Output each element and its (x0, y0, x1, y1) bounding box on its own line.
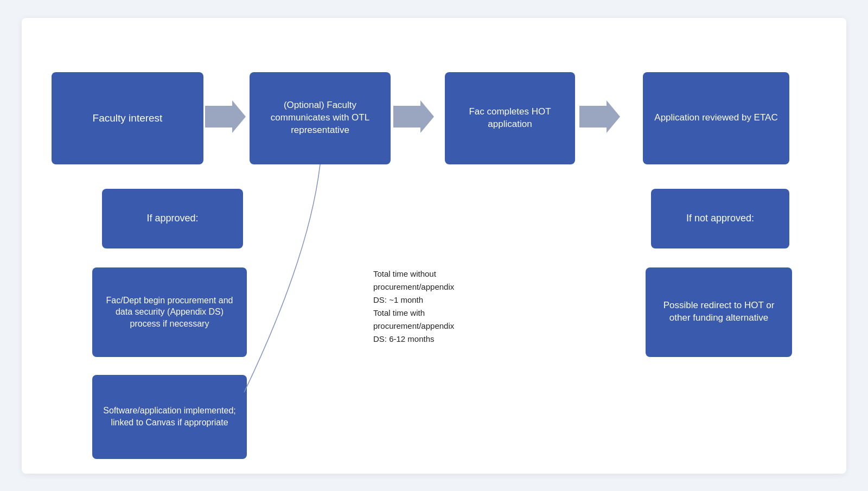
svg-marker-1 (393, 100, 434, 133)
faculty-interest-box: Faculty interest (52, 72, 203, 164)
possible-redirect-box: Possible redirect to HOT or other fundin… (646, 267, 792, 357)
timing-info: Total time without procurement/appendix … (373, 267, 454, 346)
arrow-2 (393, 100, 434, 133)
fac-completes-box: Fac completes HOT application (445, 72, 575, 164)
app-reviewed-box: Application reviewed by ETAC (643, 72, 789, 164)
arrow-1 (205, 100, 246, 133)
diagram-canvas: Faculty interest (Optional) Faculty comm… (22, 18, 846, 474)
if-not-approved-box: If not approved: (651, 189, 789, 248)
svg-marker-2 (579, 100, 620, 133)
svg-marker-0 (205, 100, 246, 133)
arrow-3 (579, 100, 620, 133)
